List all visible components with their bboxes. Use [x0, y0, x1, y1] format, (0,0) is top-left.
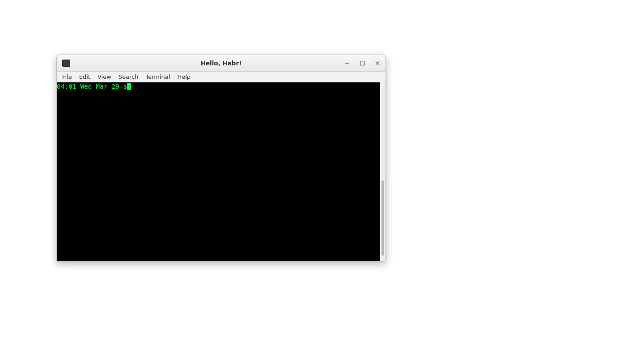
maximize-button[interactable]: [358, 59, 367, 68]
svg-rect-1: [360, 61, 364, 65]
window-title: Hello, Habr!: [57, 60, 386, 67]
minimize-button[interactable]: [343, 59, 352, 68]
menu-view[interactable]: View: [94, 73, 115, 81]
menu-file[interactable]: File: [59, 73, 76, 81]
scrollbar-thumb[interactable]: [381, 180, 384, 256]
minimize-icon: [344, 60, 350, 66]
window-controls: [343, 59, 386, 68]
menu-edit[interactable]: Edit: [76, 73, 94, 81]
menu-search[interactable]: Search: [115, 73, 142, 81]
terminal-window: Hello, Habr! File Edit View: [56, 55, 386, 261]
maximize-icon: [360, 60, 365, 66]
terminal-icon: [62, 60, 70, 67]
menu-terminal[interactable]: Terminal: [142, 73, 174, 81]
close-icon: [375, 60, 380, 66]
menu-help[interactable]: Help: [174, 73, 194, 81]
cursor-block: [127, 83, 131, 90]
prompt-line: 04:01 Wed Mar 29 $: [57, 82, 380, 90]
prompt-text: 04:01 Wed Mar 29 $: [57, 83, 127, 90]
close-button[interactable]: [373, 59, 382, 68]
menubar: File Edit View Search Terminal Help: [57, 72, 386, 82]
terminal-container: 04:01 Wed Mar 29 $: [57, 82, 386, 261]
titlebar[interactable]: Hello, Habr!: [57, 55, 386, 72]
scrollbar[interactable]: [380, 82, 386, 261]
terminal-area[interactable]: 04:01 Wed Mar 29 $: [57, 82, 380, 261]
